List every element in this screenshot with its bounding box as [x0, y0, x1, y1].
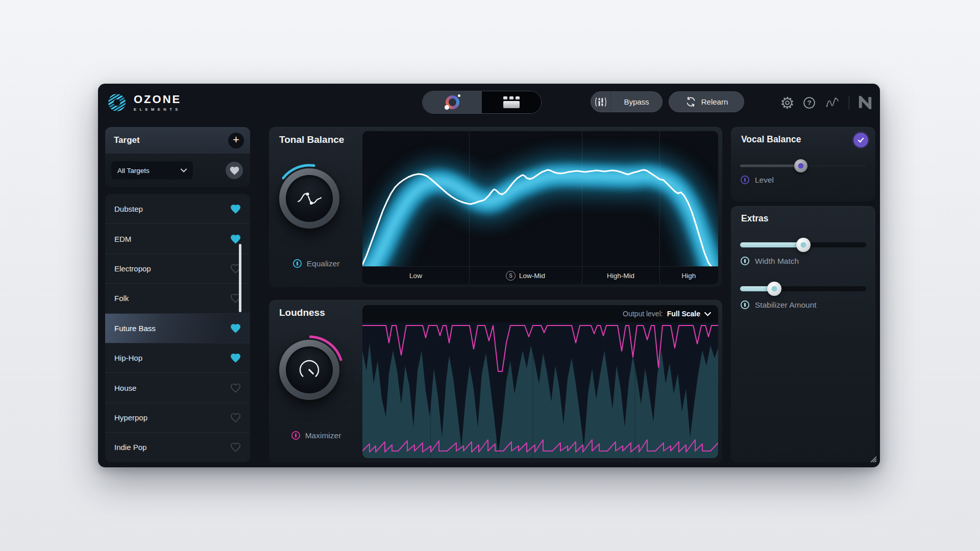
output-level-value[interactable]: Full Scale	[667, 310, 700, 318]
favorite-heart-icon[interactable]	[230, 234, 241, 244]
plugin-window: OZONE ELEMENTS Bypass	[98, 84, 880, 467]
target-title: Target	[114, 135, 228, 145]
loudness-panel: Loudness Maximizer	[269, 300, 722, 463]
target-list-item[interactable]: Electropop	[105, 254, 250, 283]
width-match-slider-thumb[interactable]	[796, 238, 811, 252]
power-icon[interactable]	[740, 256, 750, 266]
tonal-balance-title: Tonal Balance	[279, 134, 344, 145]
band-label-strip: Low S Low-Mid High-Mid High	[362, 266, 718, 284]
vocal-balance-panel: Vocal Balance Level	[731, 127, 875, 201]
target-list-item[interactable]: EDM	[105, 223, 250, 253]
target-list-item[interactable]: Future Bass	[105, 313, 250, 343]
view-mode-toggle	[422, 91, 542, 114]
target-panel: Target + All Targets	[105, 127, 250, 187]
target-filter-value: All Targets	[117, 167, 181, 174]
power-icon[interactable]	[740, 175, 750, 185]
tonal-balance-display: Low S Low-Mid High-Mid High	[362, 131, 718, 284]
signal-flow-icon	[824, 95, 841, 110]
target-list-item[interactable]: Folk	[105, 283, 250, 313]
check-icon	[856, 136, 865, 144]
equalizer-module-label[interactable]: Equalizer	[275, 259, 357, 268]
io-compare-button[interactable]	[591, 92, 611, 112]
brand-subname: ELEMENTS	[134, 107, 181, 112]
chevron-down-icon[interactable]	[704, 312, 711, 316]
favorite-heart-icon[interactable]	[230, 323, 241, 334]
brand-name: OZONE	[134, 94, 181, 105]
solo-badge[interactable]: S	[506, 271, 516, 281]
bypass-button[interactable]: Bypass	[591, 91, 663, 112]
target-list-item[interactable]: Dubstep	[105, 194, 250, 223]
width-match-label[interactable]: Width Match	[740, 256, 799, 266]
favorite-heart-icon[interactable]	[230, 353, 241, 363]
assistant-view-tab[interactable]	[423, 91, 482, 113]
maximizer-knob[interactable]	[279, 340, 339, 400]
refresh-icon	[685, 96, 697, 108]
target-list-item[interactable]: Hyperpop	[105, 403, 250, 432]
favorite-heart-icon[interactable]	[230, 412, 241, 423]
relearn-button[interactable]: Relearn	[669, 91, 744, 112]
extras-title: Extras	[741, 213, 769, 224]
target-list-item[interactable]: Indie Pop	[105, 432, 250, 462]
power-icon[interactable]	[292, 259, 302, 268]
width-match-slider[interactable]	[740, 238, 866, 252]
svg-text:?: ?	[807, 99, 811, 107]
sidebar-scrollbar[interactable]	[239, 244, 241, 312]
power-icon[interactable]	[291, 431, 301, 440]
band-divider	[659, 131, 660, 284]
stabilizer-amount-slider-thumb[interactable]	[767, 282, 781, 296]
vocal-balance-title: Vocal Balance	[741, 134, 801, 145]
band-high-mid[interactable]: High-Mid	[582, 267, 659, 284]
vocal-balance-enable-button[interactable]	[853, 133, 868, 147]
spectrum-curve	[362, 131, 718, 267]
stabilizer-amount-slider[interactable]	[740, 282, 866, 296]
band-divider	[469, 131, 470, 284]
favorite-heart-icon[interactable]	[230, 204, 241, 214]
relearn-label: Relearn	[701, 97, 728, 106]
output-level-label: Output level:	[623, 310, 663, 318]
detailed-view-tab[interactable]	[482, 91, 541, 113]
power-icon[interactable]	[740, 300, 750, 310]
add-target-button[interactable]: +	[228, 133, 244, 148]
band-divider	[582, 131, 582, 284]
waveform-display	[362, 322, 718, 458]
heart-icon	[229, 165, 240, 176]
chevron-down-icon	[181, 168, 187, 172]
loudness-title: Loudness	[279, 307, 325, 318]
signal-flow-button[interactable]	[824, 95, 841, 110]
band-low[interactable]: Low	[362, 267, 469, 284]
extras-panel: Extras Width Match Stabilizer Amount	[731, 206, 875, 462]
gauge-icon	[294, 355, 325, 385]
target-list: Dubstep EDM Electropop Folk Future Bass …	[105, 194, 250, 462]
assistant-sphere-icon	[446, 95, 459, 109]
equalizer-knob[interactable]	[279, 168, 339, 229]
target-list-item[interactable]: House	[105, 372, 250, 402]
gear-icon	[780, 96, 794, 110]
target-list-item[interactable]: Hip-Hop	[105, 343, 250, 372]
favorites-filter-button[interactable]	[226, 162, 243, 179]
favorite-heart-icon[interactable]	[230, 442, 241, 453]
vocal-level-slider[interactable]	[740, 159, 866, 173]
band-low-mid[interactable]: S Low-Mid	[469, 267, 582, 284]
help-icon: ?	[802, 96, 816, 110]
output-level-row: Output level: Full Scale	[362, 305, 718, 322]
header-bar: OZONE ELEMENTS Bypass	[98, 84, 880, 124]
vocal-level-slider-thumb[interactable]	[794, 159, 807, 172]
stabilizer-amount-label[interactable]: Stabilizer Amount	[740, 300, 817, 310]
target-filter-dropdown[interactable]: All Targets	[111, 161, 193, 180]
faders-icon	[594, 95, 607, 109]
vocal-level-label[interactable]: Level	[740, 175, 774, 185]
ozone-sphere-icon	[106, 92, 128, 113]
eq-curve-icon	[294, 183, 325, 214]
favorite-heart-icon[interactable]	[230, 383, 241, 393]
band-high[interactable]: High	[659, 267, 718, 284]
ni-logo	[857, 96, 873, 109]
bypass-label: Bypass	[611, 97, 662, 106]
target-panel-header: Target +	[105, 127, 250, 154]
maximizer-module-label[interactable]: Maximizer	[275, 431, 357, 440]
stems-icon	[503, 96, 520, 109]
help-button[interactable]: ?	[802, 96, 816, 110]
settings-button[interactable]	[780, 96, 794, 110]
resize-grip[interactable]	[868, 454, 877, 465]
brand-logo: OZONE ELEMENTS	[106, 92, 181, 113]
header-divider	[849, 96, 849, 109]
